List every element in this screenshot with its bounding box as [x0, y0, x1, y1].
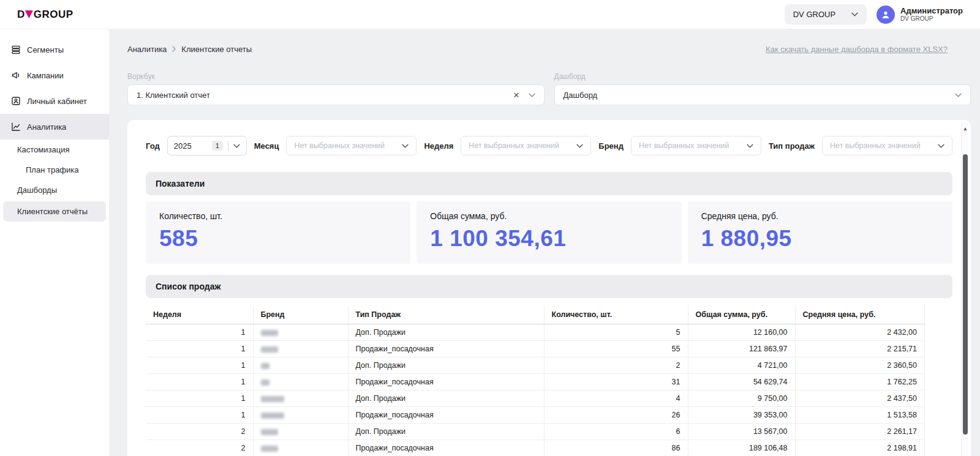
sidebar-item-label: Личный кабинет [27, 97, 87, 106]
sidebar-subitem-customization[interactable]: Кастомизация [0, 140, 109, 160]
chevron-down-icon [576, 144, 583, 148]
user-org: DV GROUP [900, 15, 963, 23]
sales-table-body: 1Доп. Продажи512 160,002 432,001Продажи_… [146, 324, 925, 456]
org-select-label: DV GROUP [793, 10, 835, 19]
cell-total: 39 353,00 [688, 407, 795, 424]
year-filter-label: Год [146, 141, 160, 151]
org-select[interactable]: DV GROUP [785, 4, 867, 24]
scrollbar-thumb[interactable] [963, 154, 968, 435]
cell-quantity: 4 [544, 391, 688, 407]
sales-type-filter-placeholder: Нет выбранных значений [830, 141, 921, 150]
cell-brand [253, 424, 348, 440]
clear-icon[interactable]: ✕ [513, 91, 520, 100]
month-filter-label: Месяц [254, 141, 279, 151]
cell-avg-price: 2 198,91 [795, 440, 925, 456]
cell-avg-price: 2 360,50 [795, 357, 925, 374]
sales-type-filter-select[interactable]: Нет выбранных значений [822, 136, 952, 155]
month-filter-select[interactable]: Нет выбранных значений [286, 136, 417, 155]
col-brand: Бренд [253, 305, 348, 324]
sales-section-header: Список продаж [146, 275, 952, 298]
metric-value: 1 100 354,61 [430, 226, 668, 252]
metric-card-quantity: Количество, шт. 585 [146, 201, 410, 264]
cell-sales-type: Продажи_посадочная [348, 374, 544, 391]
col-week: Неделя [146, 305, 253, 324]
cell-week: 2 [146, 424, 253, 440]
cell-sales-type: Доп. Продажи [348, 357, 544, 374]
brand-redacted [261, 396, 284, 402]
breadcrumb-item-analytics[interactable]: Аналитика [127, 45, 167, 54]
col-avg-price: Средняя цена, руб. [795, 305, 925, 324]
sidebar-item-analytics[interactable]: Аналитика [0, 114, 109, 140]
user-name: Администратор [900, 6, 963, 15]
cell-quantity: 31 [544, 374, 688, 391]
cell-week: 1 [146, 407, 253, 424]
year-filter-select[interactable]: 2025 1 [167, 136, 247, 155]
analytics-icon [11, 122, 21, 132]
dashboard-card: Год 2025 1 Месяц Нет выбранных значений [127, 120, 971, 456]
sales-type-filter-label: Тип продаж [769, 141, 815, 151]
workbook-label: Воркбук [127, 72, 545, 81]
table-header-row: Неделя Бренд Тип Продаж Количество, шт. … [146, 305, 925, 324]
dashboard-select[interactable]: Дашборд [554, 84, 971, 105]
app-logo: DGROUP [17, 9, 74, 21]
week-filter-label: Неделя [424, 141, 453, 151]
cell-week: 2 [146, 440, 253, 456]
brand-redacted [261, 413, 284, 419]
sidebar-item-segments[interactable]: Сегменты [0, 37, 109, 62]
breadcrumb-item-client-reports: Клиентские отчеты [181, 45, 252, 54]
cell-sales-type: Доп. Продажи [348, 391, 544, 407]
chevron-down-icon [402, 144, 409, 148]
xlsx-help-link[interactable]: Как скачать данные дашборда в формате XL… [766, 45, 948, 54]
top-bar: DGROUP DV GROUP Администратор DV GROUP [0, 0, 980, 29]
metric-value: 585 [159, 226, 397, 252]
cell-avg-price: 2 432,00 [795, 324, 925, 341]
logo-text-d: D [17, 9, 25, 21]
chevron-down-icon [938, 144, 944, 148]
avatar [876, 6, 895, 24]
week-filter-placeholder: Нет выбранных значений [469, 141, 559, 150]
breadcrumb-row: Аналитика Клиентские отчеты Как скачать … [127, 42, 971, 56]
metrics-section-header: Показатели [146, 172, 952, 195]
sidebar-subitem-label: Кастомизация [17, 145, 69, 154]
user-menu[interactable]: Администратор DV GROUP [876, 6, 963, 24]
sidebar-item-campaigns[interactable]: Кампании [0, 62, 109, 88]
cell-sales-type: Продажи_посадочная [348, 440, 544, 456]
cell-avg-price: 2 261,17 [795, 424, 925, 440]
col-quantity: Количество, шт. [544, 305, 688, 324]
dashboard-filters-row: Год 2025 1 Месяц Нет выбранных значений [146, 136, 952, 155]
cell-brand [253, 374, 348, 391]
sidebar-subitem-traffic-plan[interactable]: План трафика [0, 160, 109, 180]
workbook-select-group: Воркбук 1. Клиентский отчет ✕ [127, 72, 545, 105]
cell-brand [253, 324, 348, 341]
sidebar-subitem-client-reports[interactable]: Клиентские отчёты [3, 201, 106, 222]
brand-redacted [261, 446, 278, 452]
sidebar-item-account[interactable]: Личный кабинет [0, 88, 109, 114]
col-sales-type: Тип Продаж [348, 305, 544, 324]
logo-text-group: GROUP [34, 9, 74, 21]
cell-week: 1 [146, 391, 253, 407]
chevron-down-icon [233, 144, 240, 148]
cell-sales-type: Продажи_посадочная [348, 341, 544, 357]
week-filter-select[interactable]: Нет выбранных значений [461, 136, 591, 155]
cell-brand [253, 341, 348, 357]
cell-quantity: 2 [544, 357, 688, 374]
dashboard-label: Дашборд [554, 72, 971, 81]
cell-quantity: 86 [544, 440, 688, 456]
metric-card-avg-price: Средняя цена, руб. 1 880,95 [688, 201, 952, 264]
vertical-scrollbar[interactable]: ▲ [961, 122, 968, 456]
brand-filter-select[interactable]: Нет выбранных значений [631, 136, 761, 155]
sidebar-subitem-dashboards[interactable]: Дашборды [0, 180, 109, 200]
chevron-down-icon [851, 12, 858, 17]
workbook-select[interactable]: 1. Клиентский отчет ✕ [127, 84, 545, 105]
table-row: 1Продажи_посадочная2639 353,001 513,58 [146, 407, 925, 424]
cell-avg-price: 2 437,50 [795, 391, 925, 407]
topbar-right: DV GROUP Администратор DV GROUP [785, 4, 963, 24]
chevron-down-icon [955, 93, 962, 97]
metrics-row: Количество, шт. 585 Общая сумма, руб. 1 … [146, 201, 952, 264]
cell-brand [253, 440, 348, 456]
scroll-up-icon[interactable]: ▲ [962, 126, 969, 132]
brand-redacted [261, 429, 278, 435]
cell-sales-type: Продажи_посадочная [348, 407, 544, 424]
dashboard-select-group: Дашборд Дашборд [554, 72, 971, 105]
cell-quantity: 55 [544, 341, 688, 357]
